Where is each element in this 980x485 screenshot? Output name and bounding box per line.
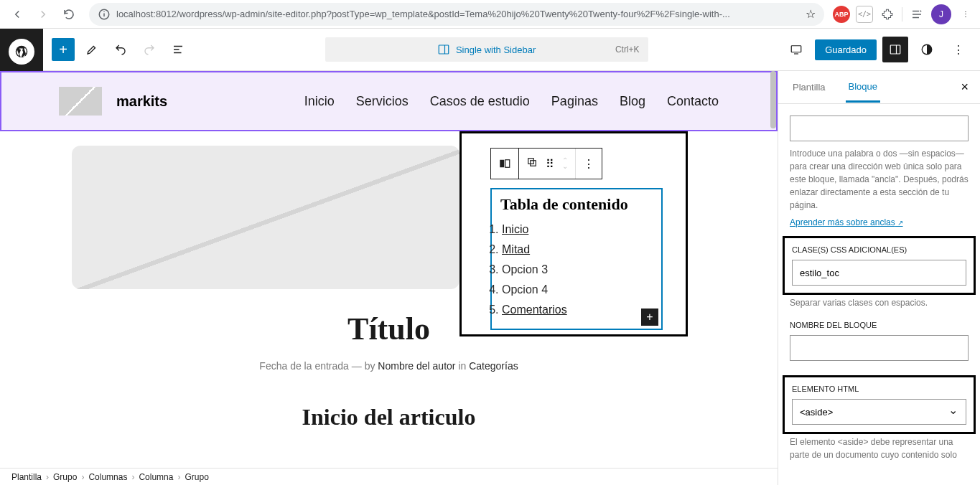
drag-handle-icon[interactable]: ⠿ [546, 157, 555, 171]
html-element-annotation-box: ELEMENTO HTML [783, 375, 976, 434]
anchor-help-text: Introduce una palabra o dos —sin espacio… [790, 147, 969, 212]
nav-item[interactable]: Contacto [667, 94, 719, 109]
canvas-scrollbar[interactable] [769, 71, 778, 485]
svg-rect-8 [890, 45, 900, 54]
crumb[interactable]: Columna [139, 472, 173, 482]
abp-icon[interactable]: ABP [833, 6, 850, 23]
document-title: Single with Sidebar [456, 44, 536, 55]
toc-block[interactable]: Tabla de contenido Inicio Mitad Opcion 3… [490, 188, 663, 330]
nav-item[interactable]: Casos de estudio [430, 94, 530, 109]
url-bar[interactable]: localhost:8012/wordpress/wp-admin/site-e… [89, 3, 824, 26]
list-view-button[interactable] [167, 38, 190, 61]
reading-list-icon[interactable] [908, 6, 925, 23]
browser-toolbar: localhost:8012/wordpress/wp-admin/site-e… [0, 0, 980, 29]
block-breadcrumb: Plantilla› Grupo› Columnas› Columna› Gru… [0, 468, 778, 485]
crumb[interactable]: Columnas [88, 472, 127, 482]
nav-item[interactable]: Servicios [356, 94, 409, 109]
add-block-inside-button[interactable]: + [641, 309, 658, 326]
styles-button[interactable] [914, 37, 940, 62]
crumb[interactable]: Grupo [185, 472, 208, 482]
svg-rect-11 [500, 160, 504, 168]
crumb[interactable]: Plantilla [11, 472, 42, 482]
tab-block[interactable]: Bloque [846, 72, 880, 103]
tab-template[interactable]: Plantilla [790, 73, 829, 101]
settings-sidebar-toggle[interactable] [882, 37, 908, 62]
svg-rect-14 [531, 161, 536, 166]
css-class-label: CLASE(S) CSS ADICIONAL(ES) [792, 245, 966, 254]
featured-image-placeholder[interactable] [72, 146, 459, 289]
settings-sidebar: Plantilla Bloque × Introduce una palabra… [778, 71, 980, 485]
blockname-label: NOMBRE DEL BLOQUE [790, 321, 969, 329]
toc-item[interactable]: Comentarios [502, 300, 653, 320]
nav-item[interactable]: Paginas [551, 94, 598, 109]
css-class-help: Separar varias clases con espacios. [790, 296, 969, 309]
redo-button[interactable] [138, 38, 161, 61]
svg-rect-4 [439, 45, 449, 54]
site-header-block[interactable]: markits Inicio Servicios Casos de estudi… [0, 71, 778, 131]
block-toolbar: ⠿ ⌃⌄ ⋮ [490, 148, 602, 179]
toc-item[interactable]: Mitad [502, 240, 653, 260]
anchor-input[interactable] [790, 116, 969, 141]
site-title[interactable]: markits [116, 93, 167, 110]
toc-annotation-box: ⠿ ⌃⌄ ⋮ Tabla de contenido Inicio Mitad O… [459, 131, 688, 336]
close-sidebar-button[interactable]: × [961, 80, 969, 95]
nav-item[interactable]: Blog [620, 94, 645, 109]
block-copy-button[interactable] [526, 156, 538, 171]
back-button[interactable] [6, 3, 29, 26]
crumb[interactable]: Grupo [53, 472, 77, 482]
save-button[interactable]: Guardado [815, 39, 877, 60]
html-element-label: ELEMENTO HTML [792, 385, 966, 393]
editor-topbar: + Single with Sidebar Ctrl+K Guardado ⋮ [43, 29, 980, 71]
url-text: localhost:8012/wordpress/wp-admin/site-e… [116, 9, 800, 19]
profile-avatar[interactable]: J [931, 4, 951, 24]
html-element-select[interactable] [792, 399, 966, 425]
devtools-icon[interactable]: </> [856, 6, 873, 23]
block-type-button[interactable] [490, 148, 519, 179]
browser-menu-icon[interactable]: ⋮ [957, 6, 974, 23]
toc-item[interactable]: Opcion 4 [502, 280, 653, 300]
view-button[interactable] [783, 37, 809, 62]
extensions-icon[interactable] [879, 6, 896, 23]
svg-rect-6 [791, 46, 801, 52]
wp-logo-column [0, 29, 43, 71]
section-heading[interactable]: Inicio del articulo [72, 404, 706, 430]
sidebar-template-icon [437, 43, 450, 56]
add-block-button[interactable]: + [52, 38, 75, 61]
sidebar-tabs: Plantilla Bloque × [778, 71, 980, 104]
html-element-help: El elemento <aside> debe representar una… [790, 435, 969, 461]
svg-rect-12 [505, 160, 510, 168]
site-logo-placeholder[interactable] [59, 87, 102, 116]
undo-button[interactable] [109, 38, 132, 61]
css-class-annotation-box: CLASE(S) CSS ADICIONAL(ES) [783, 236, 976, 295]
blockname-input[interactable] [790, 335, 969, 361]
block-more-button[interactable]: ⋮ [576, 149, 602, 179]
toc-heading[interactable]: Tabla de contenido [500, 195, 653, 214]
more-options-button[interactable]: ⋮ [946, 37, 971, 62]
wordpress-logo[interactable] [9, 39, 34, 65]
reload-button[interactable] [57, 3, 80, 26]
svg-point-2 [103, 11, 105, 12]
post-categories[interactable]: Categorías [469, 360, 518, 372]
post-meta: Fecha de la entrada — by Nombre del auto… [72, 360, 706, 372]
document-title-bar[interactable]: Single with Sidebar Ctrl+K [325, 37, 648, 62]
anchor-learn-more-link[interactable]: Aprender más sobre anclas [790, 217, 903, 227]
toc-list: Inicio Mitad Opcion 3 Opcion 4 Comentari… [496, 220, 653, 320]
command-shortcut: Ctrl+K [615, 44, 640, 55]
editor-canvas: markits Inicio Servicios Casos de estudi… [0, 71, 778, 485]
edit-tool-button[interactable] [80, 38, 103, 61]
site-navigation: Inicio Servicios Casos de estudio Pagina… [304, 94, 719, 109]
nav-item[interactable]: Inicio [304, 94, 335, 109]
toc-item[interactable]: Opcion 3 [502, 260, 653, 280]
post-author[interactable]: Nombre del autor [378, 360, 455, 372]
post-date[interactable]: Fecha de la entrada [259, 360, 349, 372]
extension-icons: ABP </> J ⋮ [833, 4, 974, 24]
toc-item[interactable]: Inicio [502, 220, 653, 240]
forward-button[interactable] [32, 3, 55, 26]
info-icon [98, 8, 111, 21]
star-icon[interactable]: ☆ [806, 7, 816, 21]
move-arrows[interactable]: ⌃⌄ [562, 158, 568, 169]
svg-rect-13 [528, 159, 534, 164]
css-class-input[interactable] [792, 260, 966, 286]
